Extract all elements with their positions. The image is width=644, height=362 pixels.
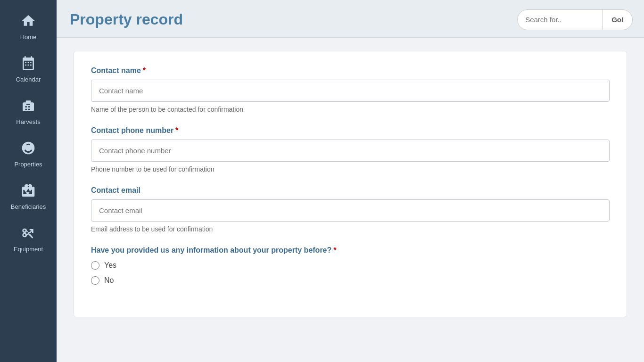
equipment-icon	[21, 225, 36, 243]
sidebar-item-harvests-label: Harvests	[16, 118, 40, 125]
contact-phone-hint: Phone number to be used for confirmation	[91, 165, 610, 173]
contact-name-hint: Name of the person to be contacted for c…	[91, 106, 610, 113]
radio-no-label[interactable]: No	[91, 276, 610, 285]
page-content: Contact name* Name of the person to be c…	[57, 38, 644, 362]
sidebar-item-equipment-label: Equipment	[14, 246, 43, 253]
contact-email-input[interactable]	[91, 199, 610, 222]
sidebar-item-calendar[interactable]: Calendar	[0, 47, 57, 90]
main-area: Property record Go! Contact name* Name o…	[57, 0, 644, 362]
contact-phone-label: Contact phone number*	[91, 126, 610, 135]
contact-email-hint: Email address to be used for confirmatio…	[91, 225, 610, 233]
sidebar-item-properties[interactable]: Properties	[0, 132, 57, 174]
sidebar-item-properties-label: Properties	[14, 161, 42, 168]
properties-icon	[21, 140, 36, 158]
property-info-required: *	[333, 246, 336, 254]
sidebar-item-harvests[interactable]: Harvests	[0, 90, 57, 132]
sidebar-item-home-label: Home	[20, 33, 37, 41]
radio-options-group: Yes No	[91, 261, 610, 285]
search-go-button[interactable]: Go!	[603, 10, 632, 30]
property-record-form: Contact name* Name of the person to be c…	[74, 51, 627, 317]
search-bar: Go!	[517, 9, 633, 30]
property-info-group: Have you provided us any information abo…	[91, 246, 610, 285]
page-header: Property record Go!	[57, 0, 644, 38]
property-info-label: Have you provided us any information abo…	[91, 246, 610, 255]
sidebar-item-beneficiaries-label: Beneficiaries	[11, 203, 46, 210]
radio-yes-label[interactable]: Yes	[91, 261, 610, 270]
beneficiaries-icon	[21, 183, 36, 200]
contact-name-input[interactable]	[91, 80, 610, 102]
home-icon	[21, 13, 36, 31]
sidebar-item-home[interactable]: Home	[0, 5, 57, 47]
sidebar-item-equipment[interactable]: Equipment	[0, 217, 57, 259]
contact-phone-required: *	[175, 126, 178, 134]
calendar-icon	[21, 56, 36, 73]
contact-phone-group: Contact phone number* Phone number to be…	[91, 126, 610, 173]
contact-name-group: Contact name* Name of the person to be c…	[91, 66, 610, 113]
radio-yes-input[interactable]	[91, 261, 99, 270]
contact-email-label: Contact email	[91, 186, 610, 195]
contact-name-label: Contact name*	[91, 66, 610, 75]
page-title: Property record	[70, 11, 183, 28]
contact-name-required: *	[143, 66, 146, 74]
search-input[interactable]	[518, 16, 603, 24]
harvests-icon	[21, 98, 36, 115]
sidebar-item-beneficiaries[interactable]: Beneficiaries	[0, 174, 57, 217]
radio-no-input[interactable]	[91, 276, 99, 285]
sidebar: Home Calendar Harvests Properties	[0, 0, 57, 362]
sidebar-item-calendar-label: Calendar	[16, 76, 41, 83]
contact-phone-input[interactable]	[91, 140, 610, 162]
contact-email-group: Contact email Email address to be used f…	[91, 186, 610, 233]
